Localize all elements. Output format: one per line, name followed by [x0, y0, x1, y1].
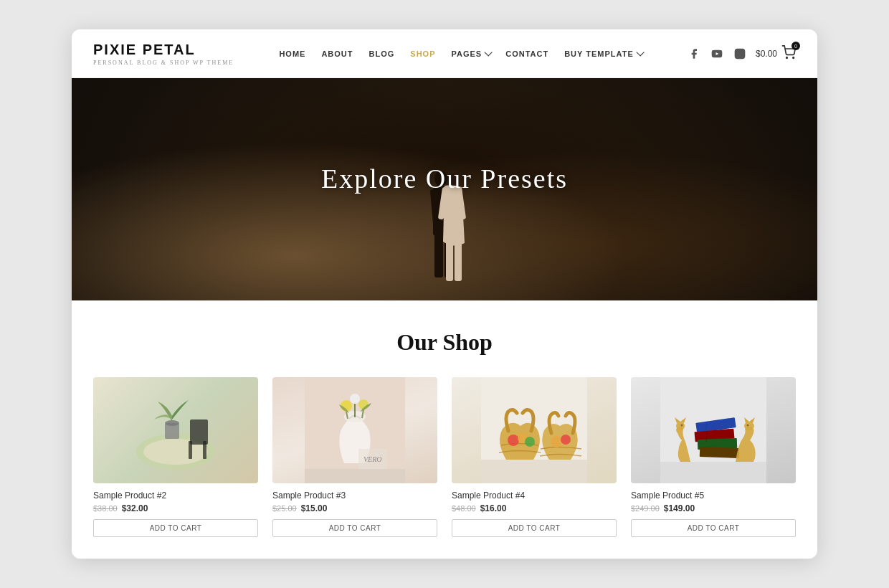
product-sale-price-2: $32.00 [122, 503, 148, 513]
svg-point-3 [742, 50, 743, 51]
product-3-illustration: VERO [305, 377, 405, 483]
product-image-3[interactable]: VERO [272, 377, 437, 483]
add-to-cart-button-5[interactable]: ADD TO CART [631, 519, 796, 537]
product-name-5: Sample Product #5 [631, 490, 796, 501]
svg-rect-15 [446, 242, 453, 281]
product-name-3: Sample Product #3 [272, 490, 437, 501]
cart-button[interactable]: $0.00 0 [756, 45, 796, 62]
logo[interactable]: PIXIE PETAL PERSONAL BLOG & SHOP WP THEM… [93, 42, 234, 66]
product-image-2[interactable] [93, 377, 258, 483]
nav-contact[interactable]: CONTACT [505, 49, 548, 58]
product-prices-5: $249.00 $149.00 [631, 503, 796, 513]
add-to-cart-button-4[interactable]: ADD TO CART [452, 519, 617, 537]
instagram-icon[interactable] [733, 47, 747, 61]
nav-about[interactable]: ABOUT [321, 49, 353, 58]
product-prices-2: $38.00 $32.00 [93, 503, 258, 513]
svg-rect-21 [190, 419, 208, 445]
cart-count: 0 [791, 42, 800, 50]
site-title: PIXIE PETAL [93, 42, 234, 58]
svg-rect-22 [189, 441, 192, 459]
svg-rect-34 [305, 469, 405, 483]
pages-dropdown-icon [485, 48, 493, 56]
svg-rect-16 [455, 242, 462, 281]
svg-point-5 [793, 57, 794, 59]
svg-point-40 [551, 436, 562, 447]
nav-shop[interactable]: SHOP [410, 49, 435, 58]
product-image-5[interactable] [631, 377, 796, 483]
shop-title: Our Shop [93, 329, 796, 356]
svg-point-39 [525, 437, 535, 447]
product-card-5: Sample Product #5 $249.00 $149.00 ADD TO… [631, 377, 796, 537]
svg-rect-23 [203, 441, 206, 459]
product-card-3: VERO Sample Product #3 $25.00 $15.00 ADD… [272, 377, 437, 537]
products-grid: Sample Product #2 $38.00 $32.00 ADD TO C… [93, 377, 796, 537]
facebook-icon[interactable] [687, 47, 701, 61]
nav-blog[interactable]: BLOG [369, 49, 395, 58]
main-nav: HOME ABOUT BLOG SHOP PAGES CONTACT BUY T… [279, 49, 641, 58]
product-name-4: Sample Product #4 [452, 490, 617, 501]
cart-price: $0.00 [756, 49, 777, 59]
svg-rect-43 [660, 462, 766, 483]
svg-point-37 [508, 435, 519, 446]
header-right: $0.00 0 [687, 45, 796, 62]
nav-buy-template[interactable]: BUY TEMPLATE [564, 49, 642, 58]
youtube-icon[interactable] [710, 47, 724, 61]
shop-section: Our Shop [72, 300, 817, 559]
hero-banner: Explore Our Presets [72, 78, 817, 300]
nav-pages[interactable]: PAGES [452, 49, 490, 58]
product-original-price-4: $48.00 [452, 504, 476, 513]
site-subtitle: PERSONAL BLOG & SHOP WP THEME [93, 60, 234, 66]
product-sale-price-5: $149.00 [664, 503, 695, 513]
svg-point-51 [747, 425, 749, 427]
product-card-4: Sample Product #4 $48.00 $16.00 ADD TO C… [452, 377, 617, 537]
hero-text: Explore Our Presets [321, 163, 568, 194]
svg-text:VERO: VERO [363, 455, 382, 463]
product-sale-price-4: $16.00 [480, 503, 507, 513]
svg-rect-36 [481, 460, 587, 483]
product-prices-4: $48.00 $16.00 [452, 503, 617, 513]
svg-point-27 [350, 394, 360, 404]
svg-point-2 [738, 52, 741, 55]
add-to-cart-button-3[interactable]: ADD TO CART [272, 519, 437, 537]
product-card-2: Sample Product #2 $38.00 $32.00 ADD TO C… [93, 377, 258, 537]
product-5-illustration [660, 377, 766, 483]
product-original-price-5: $249.00 [631, 504, 660, 513]
svg-rect-10 [434, 234, 443, 278]
product-2-illustration [125, 380, 226, 480]
product-name-2: Sample Product #2 [93, 490, 258, 501]
product-image-4[interactable] [452, 377, 617, 483]
product-original-price-3: $25.00 [272, 504, 297, 513]
svg-point-41 [561, 435, 571, 445]
buy-dropdown-icon [636, 48, 644, 56]
nav-home[interactable]: HOME [279, 49, 305, 58]
svg-point-52 [676, 422, 685, 430]
cart-icon-wrap: 0 [781, 45, 796, 62]
svg-point-4 [786, 57, 788, 59]
product-original-price-2: $38.00 [93, 504, 118, 513]
svg-rect-47 [700, 447, 739, 458]
svg-point-53 [681, 425, 683, 427]
add-to-cart-button-2[interactable]: ADD TO CART [93, 519, 258, 537]
product-4-illustration [481, 377, 587, 483]
site-header: PIXIE PETAL PERSONAL BLOG & SHOP WP THEM… [72, 29, 817, 78]
product-prices-3: $25.00 $15.00 [272, 503, 437, 513]
product-sale-price-3: $15.00 [301, 503, 328, 513]
browser-window: PIXIE PETAL PERSONAL BLOG & SHOP WP THEM… [72, 29, 817, 559]
